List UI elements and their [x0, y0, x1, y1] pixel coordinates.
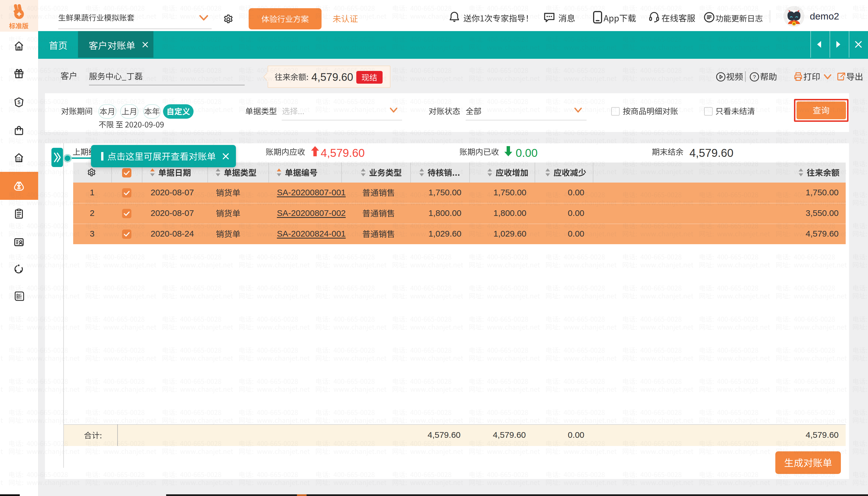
svg-text:$: $ — [17, 99, 20, 105]
svg-text:?: ? — [753, 74, 756, 80]
